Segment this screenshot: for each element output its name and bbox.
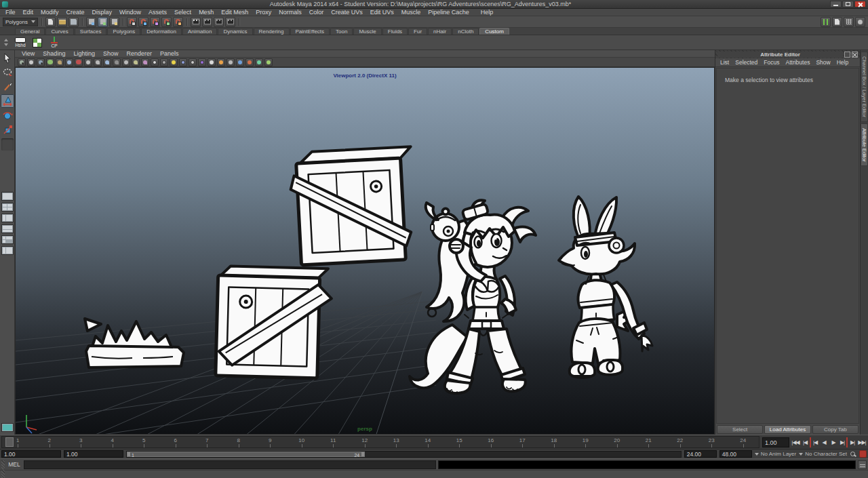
shelf-tab-general[interactable]: General (15, 28, 45, 35)
ae-menu-attributes[interactable]: Attributes (785, 59, 810, 66)
ae-menu-focus[interactable]: Focus (764, 59, 779, 66)
frame-tick-4[interactable]: 4 (97, 437, 129, 447)
panel-menu-renderer[interactable]: Renderer (126, 50, 152, 57)
menu-item-edit[interactable]: Edit (23, 9, 34, 16)
sidebar-tab-channel-box-layer-editor[interactable]: Channel Box / Layer Editor (861, 52, 868, 122)
crate-upper-object[interactable] (289, 146, 416, 265)
selection-mode-dropdown[interactable]: Polygons (3, 18, 38, 26)
menu-item-help[interactable]: Help (481, 9, 494, 16)
layout-current-pane-button[interactable] (1, 423, 14, 432)
use-all-lights-icon[interactable] (189, 58, 197, 66)
resolution-gate-icon[interactable] (103, 58, 111, 66)
shelf-tab-nhair[interactable]: nHair (428, 28, 452, 35)
frame-tick-19[interactable]: 19 (570, 437, 601, 447)
layout-four-view-button[interactable] (1, 203, 14, 212)
menu-item-assets[interactable]: Assets (149, 9, 167, 16)
command-input[interactable] (24, 460, 436, 469)
menu-item-color[interactable]: Color (309, 9, 324, 16)
playback-button-[interactable]: |◀ (810, 437, 819, 447)
menu-item-file[interactable]: File (5, 9, 16, 16)
field-chart-icon[interactable] (122, 58, 130, 66)
frame-tick-15[interactable]: 15 (443, 437, 475, 447)
playback-button-[interactable]: ▶ (829, 437, 838, 447)
script-editor-icon[interactable] (858, 460, 867, 469)
select-camera-icon[interactable] (18, 58, 26, 66)
range-handle-left[interactable] (127, 452, 130, 456)
shelf-tab-surfaces[interactable]: Surfaces (75, 28, 107, 35)
help-line-grip[interactable] (1, 470, 5, 478)
playback-button-[interactable]: ◀ (819, 437, 829, 447)
grid-snap-options-icon[interactable] (844, 17, 854, 27)
toolbar-separator[interactable] (80, 18, 85, 26)
playback-button-[interactable]: |◀ (800, 437, 810, 447)
menu-item-proxy[interactable]: Proxy (256, 9, 271, 16)
textured-display-icon[interactable] (170, 58, 178, 66)
frame-tick-12[interactable]: 12 (349, 437, 381, 447)
range-handle-right[interactable] (361, 452, 364, 456)
shelf-tab-dynamics[interactable]: Dynamics (218, 28, 252, 35)
frame-tick-16[interactable]: 16 (475, 437, 507, 447)
panel-menu-view[interactable]: View (22, 50, 35, 57)
anim-layer-dropdown[interactable]: No Anim Layer (755, 451, 796, 457)
frame-tick-18[interactable]: 18 (538, 437, 570, 447)
motion-blur-icon[interactable] (217, 58, 225, 66)
shelf-tab-curves[interactable]: Curves (45, 28, 73, 35)
isolate-select-icon[interactable] (255, 58, 263, 66)
select-by-hierarchy-icon[interactable] (86, 17, 96, 27)
menu-item-display[interactable]: Display (92, 9, 113, 16)
menu-item-modify[interactable]: Modify (41, 9, 59, 16)
shelf-tab-animation[interactable]: Animation (182, 28, 218, 35)
panel-menu-lighting[interactable]: Lighting (73, 50, 95, 57)
wireframe-display-icon[interactable] (151, 58, 159, 66)
safe-title-icon[interactable] (141, 58, 149, 66)
gamma-correction-icon[interactable] (236, 58, 244, 66)
ae-button-load-attributes[interactable]: Load Attributes (764, 425, 810, 434)
select-by-component-type-icon[interactable] (109, 17, 119, 27)
last-tool-slot[interactable] (1, 138, 14, 151)
frame-tick-6[interactable]: 6 (160, 437, 192, 447)
screen-space-ao-icon[interactable] (208, 58, 216, 66)
frame-tick-22[interactable]: 22 (665, 437, 696, 447)
toolbar-separator[interactable] (121, 18, 125, 26)
shelf-tab-muscle[interactable]: Muscle (353, 28, 381, 35)
shelf-tab-polygons[interactable]: Polygons (107, 28, 140, 35)
select-by-object-type-icon[interactable] (98, 17, 108, 27)
menu-item-muscle[interactable]: Muscle (401, 9, 421, 16)
lock-camera-icon[interactable] (27, 58, 35, 66)
frame-tick-24[interactable]: 24 (728, 437, 760, 447)
open-scene-icon[interactable] (57, 17, 67, 27)
shelf-item-cp[interactable]: CP (47, 36, 62, 49)
crate-lower-object[interactable] (216, 266, 332, 378)
frame-tick-21[interactable]: 21 (633, 437, 665, 447)
ae-menu-list[interactable]: List (720, 59, 729, 66)
layout-persp-graph-button[interactable] (1, 224, 14, 233)
menu-item-window[interactable]: Window (119, 9, 141, 16)
menu-item-normals[interactable]: Normals (279, 9, 302, 16)
frame-tick-1[interactable]: 1 (2, 437, 34, 447)
playback-button-[interactable]: ▶| (838, 437, 848, 447)
toolbar-separator[interactable] (39, 18, 44, 26)
menu-item-create-uvs[interactable]: Create UVs (331, 9, 363, 16)
ae-menu-show[interactable]: Show (816, 59, 830, 66)
shelf-tab-deformation[interactable]: Deformation (141, 28, 182, 35)
highlight-selection-mode-icon[interactable] (821, 17, 831, 27)
layout-persp-outliner-button[interactable] (1, 214, 14, 222)
shelf-item-hshd[interactable]: Hshd (13, 36, 28, 49)
viewport-canvas[interactable]: Viewport 2.0 (DirectX 11) persp (15, 67, 715, 435)
exposure-icon[interactable] (245, 58, 254, 66)
panel-menu-shading[interactable]: Shading (43, 50, 65, 57)
playback-button-[interactable]: ▶| (848, 437, 857, 447)
ae-button-copy-tab[interactable]: Copy Tab (812, 425, 859, 434)
snap-to-grid-icon[interactable] (127, 17, 137, 27)
command-result-field[interactable] (438, 460, 856, 469)
frame-tick-14[interactable]: 14 (412, 437, 444, 447)
menu-item-mesh[interactable]: Mesh (199, 9, 214, 16)
range-slider-range[interactable]: 1 24 (127, 452, 365, 457)
shelf-item-checker[interactable] (30, 36, 45, 49)
shelf-tab-toon[interactable]: Toon (330, 28, 353, 35)
character-set-dropdown[interactable]: No Character Set (799, 451, 847, 457)
shelf-tab-rendering[interactable]: Rendering (254, 28, 290, 35)
rotate-tool-button[interactable] (1, 108, 14, 122)
playback-start-field[interactable]: 1.00 (64, 450, 123, 458)
command-line-grip[interactable] (1, 460, 5, 469)
